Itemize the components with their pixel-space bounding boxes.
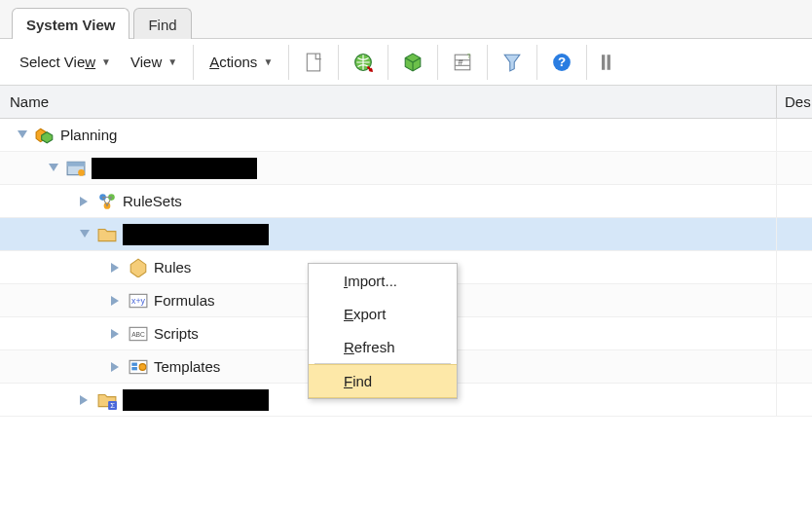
toolbar-divider bbox=[288, 45, 289, 80]
redacted-label bbox=[123, 224, 269, 245]
help-icon bbox=[552, 53, 572, 72]
folder-icon bbox=[97, 225, 117, 244]
toolbar-divider bbox=[338, 45, 339, 80]
menu-actions-label: Actions bbox=[209, 54, 257, 70]
column-description[interactable]: Des bbox=[777, 93, 812, 110]
tree-label: Templates bbox=[154, 358, 220, 375]
tree-row-plantype[interactable] bbox=[0, 218, 812, 251]
column-header: Name Des bbox=[0, 86, 812, 119]
disclosure-toggle[interactable] bbox=[109, 294, 123, 308]
templates-icon bbox=[129, 357, 148, 377]
context-refresh[interactable]: Refresh bbox=[309, 330, 457, 363]
disclosure-toggle[interactable] bbox=[16, 128, 29, 142]
formulas-icon bbox=[129, 291, 148, 311]
cube-button[interactable] bbox=[394, 45, 431, 80]
more-button[interactable] bbox=[593, 45, 630, 80]
caret-down-icon: ▼ bbox=[263, 56, 273, 67]
grid-hash-icon bbox=[453, 53, 472, 72]
toolbar-divider bbox=[193, 45, 194, 80]
toolbar-divider bbox=[586, 45, 587, 80]
tree-label: Formulas bbox=[154, 292, 215, 309]
tab-find[interactable]: Find bbox=[133, 8, 191, 39]
column-name[interactable]: Name bbox=[0, 86, 777, 118]
document-icon bbox=[304, 53, 323, 72]
server-icon bbox=[66, 159, 86, 178]
toolbar: Select View ▼ View ▼ Actions ▼ bbox=[0, 39, 812, 86]
folder-sigma-icon bbox=[97, 390, 117, 410]
variables-button[interactable] bbox=[444, 45, 481, 80]
tree-row-app[interactable] bbox=[0, 152, 812, 185]
context-export[interactable]: Export bbox=[309, 297, 457, 330]
caret-down-icon: ▼ bbox=[167, 56, 177, 67]
tab-system-view[interactable]: System View bbox=[12, 8, 129, 39]
funnel-icon bbox=[502, 53, 522, 72]
menu-select-view-label: Select View bbox=[19, 54, 95, 70]
disclosure-toggle[interactable] bbox=[78, 228, 92, 241]
tab-bar: System View Find bbox=[0, 0, 812, 39]
disclosure-toggle[interactable] bbox=[78, 393, 92, 407]
tree-row-rulesets[interactable]: RuleSets bbox=[0, 185, 812, 218]
scripts-icon bbox=[129, 324, 148, 344]
more-icon bbox=[602, 53, 621, 72]
disclosure-toggle[interactable] bbox=[78, 195, 92, 208]
context-menu: Import... Export Refresh Find bbox=[308, 263, 458, 399]
tree-label: Planning bbox=[60, 127, 117, 143]
toolbar-divider bbox=[437, 45, 438, 80]
redacted-label bbox=[92, 158, 257, 179]
filter-button[interactable] bbox=[494, 45, 531, 80]
help-button[interactable] bbox=[543, 45, 580, 80]
context-find[interactable]: Find bbox=[309, 364, 457, 398]
tree-label: Rules bbox=[154, 259, 191, 275]
redacted-label bbox=[123, 389, 269, 411]
planning-icon bbox=[35, 126, 55, 145]
toolbar-divider bbox=[536, 45, 537, 80]
toolbar-divider bbox=[487, 45, 488, 80]
new-button[interactable] bbox=[295, 45, 332, 80]
disclosure-toggle[interactable] bbox=[109, 360, 123, 374]
deploy-button[interactable] bbox=[345, 45, 382, 80]
menu-view[interactable]: View ▼ bbox=[121, 48, 187, 76]
menu-view-label: View bbox=[130, 54, 162, 70]
rulesets-icon bbox=[97, 192, 117, 211]
rules-icon bbox=[129, 258, 148, 277]
cube-icon bbox=[403, 53, 423, 72]
menu-select-view[interactable]: Select View ▼ bbox=[10, 48, 121, 76]
disclosure-toggle[interactable] bbox=[109, 327, 123, 341]
tree-label: RuleSets bbox=[123, 193, 182, 209]
tree-row-planning[interactable]: Planning bbox=[0, 119, 812, 152]
tree-label: Scripts bbox=[154, 325, 199, 342]
toolbar-divider bbox=[388, 45, 388, 80]
context-import[interactable]: Import... bbox=[309, 264, 457, 297]
disclosure-toggle[interactable] bbox=[109, 261, 123, 275]
caret-down-icon: ▼ bbox=[101, 56, 111, 67]
globe-down-icon bbox=[353, 53, 373, 72]
disclosure-toggle[interactable] bbox=[47, 162, 60, 175]
menu-actions[interactable]: Actions ▼ bbox=[200, 48, 282, 76]
